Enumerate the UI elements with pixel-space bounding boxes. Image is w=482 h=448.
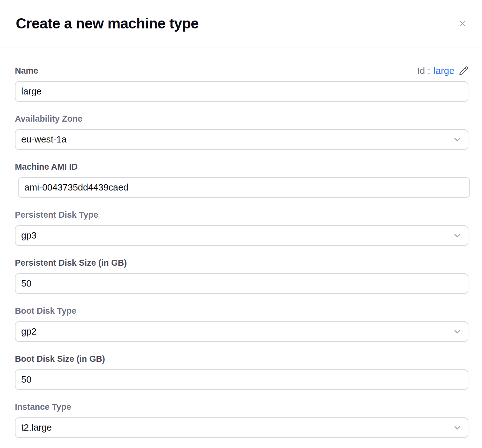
boot-disk-type-select[interactable]: gp2 (15, 321, 468, 342)
field-group-boot-disk-size: Boot Disk Size (in GB) (15, 354, 468, 390)
field-group-machine-ami-id: Machine AMI ID (15, 162, 468, 198)
x-icon (457, 18, 467, 28)
modal-title: Create a new machine type (16, 15, 199, 32)
instance-type-label: Instance Type (15, 402, 468, 412)
create-machine-type-modal: Create a new machine type Name Id : larg… (0, 0, 482, 448)
persistent-disk-size-input[interactable] (15, 273, 468, 294)
chevron-down-icon (453, 231, 462, 240)
field-group-name: Name Id : large (15, 65, 468, 102)
persistent-disk-type-value: gp3 (21, 230, 36, 241)
field-group-availability-zone: Availability Zone eu-west-1a (15, 114, 468, 150)
instance-type-value: t2.large (21, 422, 52, 433)
field-group-persistent-disk-type: Persistent Disk Type gp3 (15, 210, 468, 246)
machine-id-display: Id : large (417, 65, 468, 76)
id-value-text[interactable]: large (433, 65, 454, 76)
name-label-row: Name Id : large (15, 65, 468, 76)
availability-zone-value: eu-west-1a (21, 134, 66, 145)
name-input[interactable] (15, 81, 468, 102)
machine-ami-id-label: Machine AMI ID (15, 162, 468, 172)
boot-disk-type-label: Boot Disk Type (15, 306, 468, 316)
availability-zone-label: Availability Zone (15, 114, 468, 124)
edit-id-button[interactable] (459, 66, 468, 76)
close-button[interactable] (457, 18, 468, 29)
pencil-icon (459, 66, 468, 76)
id-prefix-label: Id : (417, 65, 430, 76)
persistent-disk-type-label: Persistent Disk Type (15, 210, 468, 220)
availability-zone-select[interactable]: eu-west-1a (15, 129, 468, 150)
name-label: Name (15, 66, 38, 76)
boot-disk-size-label: Boot Disk Size (in GB) (15, 354, 468, 364)
chevron-down-icon (453, 423, 462, 433)
modal-body: Name Id : large Availability Zone eu-wes… (0, 47, 482, 448)
modal-header: Create a new machine type (0, 0, 482, 47)
boot-disk-type-value: gp2 (21, 326, 36, 337)
persistent-disk-type-select[interactable]: gp3 (15, 225, 468, 246)
field-group-persistent-disk-size: Persistent Disk Size (in GB) (15, 258, 468, 294)
chevron-down-icon (453, 135, 462, 144)
field-group-instance-type: Instance Type t2.large (15, 402, 468, 438)
instance-type-select[interactable]: t2.large (15, 417, 468, 438)
chevron-down-icon (453, 327, 462, 336)
boot-disk-size-input[interactable] (15, 369, 468, 390)
field-group-boot-disk-type: Boot Disk Type gp2 (15, 306, 468, 342)
persistent-disk-size-label: Persistent Disk Size (in GB) (15, 258, 468, 268)
machine-ami-id-input[interactable] (18, 177, 470, 198)
